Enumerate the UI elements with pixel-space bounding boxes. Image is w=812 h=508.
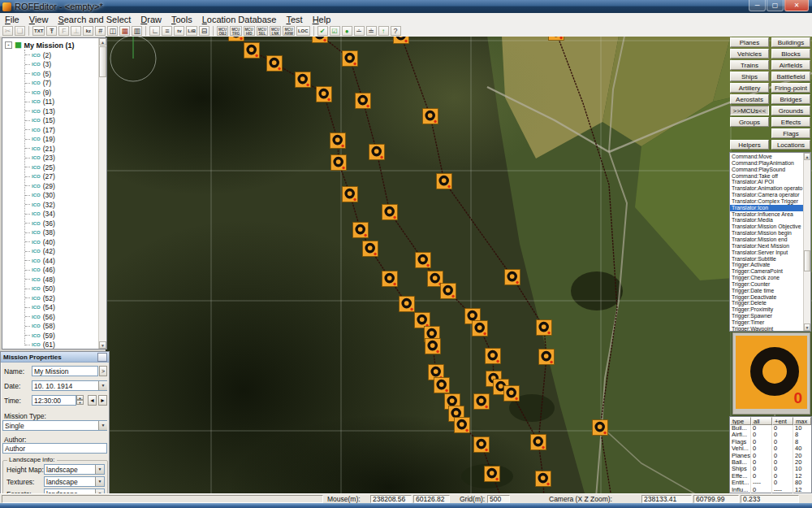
tree-item-ico[interactable]: ICO(19) bbox=[2, 135, 99, 145]
waypoint-icon[interactable] bbox=[474, 394, 490, 410]
mission-properties-titlebar[interactable]: Mission Properties bbox=[1, 352, 109, 363]
object-button-groups[interactable]: Groups bbox=[730, 117, 769, 127]
toolbar-button[interactable]: ∟ bbox=[149, 26, 160, 36]
time-spinner[interactable]: ▲▼ bbox=[76, 395, 84, 406]
tree-item-ico[interactable]: ICO(40) bbox=[2, 237, 99, 247]
mcu-list-item[interactable]: Translator:Complex Trigger bbox=[730, 198, 804, 205]
name-more-button[interactable]: > bbox=[99, 366, 107, 376]
tree-item-ico[interactable]: ICO(32) bbox=[2, 200, 99, 210]
tree-item-ico[interactable]: ICO(54) bbox=[2, 303, 99, 313]
mcu-list-item[interactable]: Command:PlayAnimation bbox=[730, 160, 804, 167]
mcu-list-item[interactable]: Command:Take off bbox=[730, 173, 804, 180]
tree-item-ico[interactable]: ICO(29) bbox=[2, 181, 99, 191]
tree-item-ico[interactable]: ICO(15) bbox=[2, 116, 99, 126]
waypoint-icon[interactable] bbox=[441, 284, 456, 299]
toolbar-button[interactable]: ≐ bbox=[366, 26, 377, 36]
time-forward-button[interactable]: ► bbox=[98, 395, 107, 406]
mcu-list-item[interactable]: Trigger:Date time bbox=[730, 288, 804, 294]
mcu-list-item[interactable]: Translator:Mission end bbox=[730, 237, 804, 243]
toolbar-button[interactable]: ⊟ bbox=[199, 26, 209, 36]
author-input[interactable]: Author bbox=[2, 443, 107, 454]
waypoint-icon[interactable] bbox=[504, 386, 520, 402]
toolbar-button[interactable]: ✔ bbox=[317, 26, 328, 36]
scroll-thumb[interactable] bbox=[99, 46, 106, 77]
close-button[interactable]: ✕ bbox=[784, 0, 809, 11]
toolbar-button[interactable]: ? bbox=[391, 26, 401, 36]
object-button-effects[interactable]: Effects bbox=[771, 117, 810, 127]
toolbar-button[interactable]: ✂ bbox=[2, 26, 13, 36]
object-button-buildings[interactable]: Buildings bbox=[771, 37, 810, 47]
scroll-thumb[interactable] bbox=[804, 250, 810, 271]
toolbar-button[interactable]: kz bbox=[83, 26, 93, 36]
toolbar-button[interactable]: ☑ bbox=[330, 26, 340, 36]
waypoint-icon[interactable] bbox=[356, 93, 371, 109]
object-button-grounds[interactable]: Grounds bbox=[771, 106, 810, 115]
mcu-list-item[interactable]: Translator:Animation operato bbox=[730, 185, 804, 192]
mcu-list-item[interactable]: Translator:Mission begin bbox=[730, 230, 804, 237]
waypoint-icon[interactable] bbox=[531, 435, 546, 450]
tree-item-ico[interactable]: ICO(13) bbox=[2, 106, 99, 116]
mission-type-dropdown-icon[interactable]: ▼ bbox=[98, 421, 107, 430]
waypoint-icon[interactable] bbox=[363, 241, 378, 257]
toolbar-button[interactable]: Ŧ bbox=[46, 26, 57, 36]
maximize-button[interactable]: ▢ bbox=[767, 0, 784, 11]
toolbar-button[interactable]: tv bbox=[174, 26, 184, 36]
mcu-list-item[interactable]: Translator:Next Mission bbox=[730, 243, 804, 250]
toolbar-button[interactable]: # bbox=[95, 26, 106, 36]
mcu-list-item[interactable]: Trigger:Deactivate bbox=[730, 294, 804, 301]
object-button-mcus[interactable]: >>MCUs<< bbox=[730, 106, 769, 115]
date-dropdown-icon[interactable]: ▼ bbox=[98, 381, 107, 390]
map-viewport[interactable] bbox=[106, 37, 812, 493]
waypoint-icon[interactable] bbox=[437, 174, 452, 189]
toolbar-button[interactable]: LOC bbox=[296, 26, 310, 36]
waypoint-icon[interactable] bbox=[416, 253, 431, 268]
menu-item[interactable]: File bbox=[0, 15, 24, 24]
tree-root-my-mission[interactable]: -▦My Mission (1) bbox=[2, 40, 99, 50]
mcu-list-item[interactable]: Translator:Subtitle bbox=[730, 256, 804, 263]
menu-item[interactable]: Test bbox=[281, 15, 307, 24]
object-button-helpers[interactable]: Helpers bbox=[730, 140, 769, 150]
waypoint-icon[interactable] bbox=[369, 145, 385, 160]
time-input[interactable]: 12:30:00 bbox=[32, 395, 76, 406]
scroll-down-arrow[interactable]: ▼ bbox=[804, 323, 810, 331]
tree-item-ico[interactable]: ICO(25) bbox=[2, 163, 99, 172]
waypoint-icon[interactable] bbox=[505, 270, 520, 285]
toolbar-button[interactable]: ≡ bbox=[162, 26, 172, 36]
waypoint-icon[interactable] bbox=[244, 43, 260, 59]
mcu-list-item[interactable]: Translator:Server Input bbox=[730, 250, 804, 256]
object-button-artillery[interactable]: Artillery bbox=[730, 83, 769, 93]
tree-item-ico[interactable]: ICO(7) bbox=[2, 79, 99, 89]
toolbar-button[interactable]: ⊥ bbox=[71, 26, 81, 36]
tree-item-ico[interactable]: ICO(5) bbox=[2, 69, 99, 79]
mcu-list-item[interactable]: Trigger:Counter bbox=[730, 281, 804, 288]
object-button-planes[interactable]: Planes bbox=[730, 37, 769, 47]
waypoint-icon[interactable] bbox=[423, 109, 438, 124]
name-input[interactable]: My Mission bbox=[32, 366, 98, 376]
mcu-list-scrollbar[interactable]: ▲ ▼ bbox=[803, 153, 810, 331]
mcu-list-item[interactable]: Trigger:Proximity bbox=[730, 306, 804, 313]
mcu-list-item[interactable]: Translator:Camera operator bbox=[730, 192, 804, 198]
waypoint-icon[interactable] bbox=[473, 321, 488, 336]
tree-item-ico[interactable]: ICO(11) bbox=[2, 98, 99, 107]
time-back-button[interactable]: ◄ bbox=[88, 395, 97, 406]
mcu-list-item[interactable]: Command:Move bbox=[730, 154, 804, 160]
waypoint-icon[interactable] bbox=[486, 349, 501, 364]
waypoint-icon[interactable] bbox=[537, 320, 552, 336]
mission-type-combo[interactable]: Single bbox=[2, 420, 107, 431]
tree-item-ico[interactable]: ICO(58) bbox=[2, 322, 99, 332]
tree-item-ico[interactable]: ICO(46) bbox=[2, 266, 99, 276]
menu-item[interactable]: Help bbox=[308, 15, 336, 24]
toolbar-button[interactable]: LiB bbox=[186, 26, 197, 36]
toolbar-button[interactable]: MCUOBJ bbox=[217, 26, 228, 36]
height-map-dropdown-icon[interactable]: ▼ bbox=[95, 465, 104, 474]
waypoint-icon[interactable] bbox=[353, 223, 369, 238]
waypoint-icon[interactable] bbox=[536, 471, 551, 487]
waypoint-icon[interactable] bbox=[296, 72, 311, 88]
object-button-aerostats[interactable]: Aerostats bbox=[730, 94, 769, 104]
tree-scrollbar[interactable]: ▲ ▼ bbox=[98, 38, 106, 349]
toolbar-button[interactable]: F bbox=[58, 26, 69, 36]
menu-item[interactable]: Draw bbox=[136, 15, 166, 24]
toolbar-button[interactable]: ▥ bbox=[132, 26, 142, 36]
tree-item-ico[interactable]: ICO(17) bbox=[2, 125, 99, 135]
waypoint-icon[interactable] bbox=[455, 418, 470, 433]
